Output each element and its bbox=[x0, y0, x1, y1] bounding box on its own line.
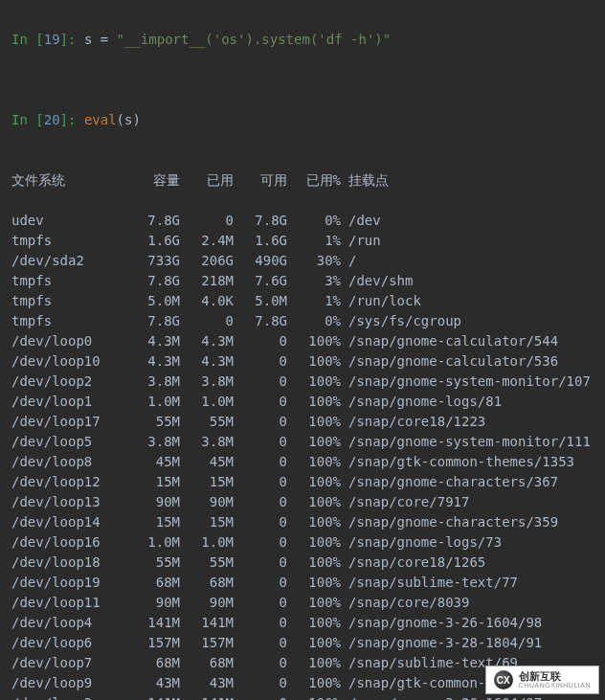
cell-mount: /snap/gnome-3-26-1604/98 bbox=[341, 613, 542, 633]
cell-usepct: 100% bbox=[287, 673, 341, 693]
cell-usepct: 1% bbox=[287, 291, 341, 311]
cell-filesystem: tmpfs bbox=[11, 311, 126, 331]
cell-size: 43M bbox=[126, 673, 180, 693]
cell-avail: 0 bbox=[234, 573, 287, 593]
cell-used: 3.8M bbox=[180, 372, 234, 392]
cell-filesystem: /dev/loop9 bbox=[11, 673, 126, 693]
cell-filesystem: tmpfs bbox=[11, 291, 126, 311]
cell-mount: /snap/gnome-3-26-1604/97 bbox=[341, 693, 542, 700]
cell-size: 15M bbox=[126, 512, 180, 532]
cell-usepct: 100% bbox=[287, 633, 341, 653]
table-row: /dev/loop1755M55M0100%/snap/core18/1223 bbox=[11, 412, 594, 432]
cell-usepct: 100% bbox=[287, 452, 341, 472]
cell-avail: 0 bbox=[234, 553, 287, 573]
col-size: 容量 bbox=[126, 170, 180, 191]
cell-mount: /snap/core/8039 bbox=[341, 593, 469, 613]
cell-filesystem: /dev/loop16 bbox=[11, 532, 126, 553]
cell-usepct: 30% bbox=[287, 251, 341, 271]
cell-size: 141M bbox=[126, 693, 180, 700]
cell-used: 0 bbox=[180, 211, 234, 231]
cell-filesystem: /dev/loop6 bbox=[11, 633, 126, 653]
cell-size: 7.8G bbox=[126, 311, 180, 331]
table-row: /dev/loop4141M141M0100%/snap/gnome-3-26-… bbox=[11, 613, 594, 633]
cell-avail: 0 bbox=[234, 673, 287, 693]
cell-usepct: 100% bbox=[287, 693, 341, 700]
cell-size: 1.0M bbox=[126, 392, 180, 412]
table-row: /dev/loop6157M157M0100%/snap/gnome-3-28-… bbox=[11, 633, 594, 653]
table-row: /dev/loop23.8M3.8M0100%/snap/gnome-syste… bbox=[11, 372, 594, 392]
watermark-icon: CX bbox=[494, 670, 513, 689]
cell-filesystem: /dev/loop1 bbox=[11, 392, 126, 412]
cell-mount: /snap/core18/1265 bbox=[341, 553, 485, 573]
code-string: "__import__('os').system('df -h')" bbox=[117, 32, 392, 47]
cell-avail: 0 bbox=[234, 412, 287, 432]
in-prompt-close: ]: bbox=[60, 112, 84, 127]
cell-avail: 7.6G bbox=[234, 271, 287, 291]
col-filesystem: 文件系统 bbox=[11, 170, 126, 191]
cell-size: 5.0M bbox=[126, 291, 180, 311]
cell-avail: 0 bbox=[234, 613, 287, 633]
cell-avail: 7.8G bbox=[234, 311, 287, 331]
cell-size: 68M bbox=[126, 653, 180, 673]
cell-usepct: 100% bbox=[287, 593, 341, 613]
cell-size: 7.8G bbox=[126, 271, 180, 291]
col-avail: 可用 bbox=[234, 170, 287, 191]
cell-avail: 1.6G bbox=[234, 231, 287, 251]
cell-used: 45M bbox=[180, 452, 234, 472]
df-body: udev7.8G07.8G0%/devtmpfs1.6G2.4M1.6G1%/r… bbox=[11, 211, 594, 700]
cell-size: 4.3M bbox=[126, 331, 180, 351]
in-prompt: In [ bbox=[11, 112, 44, 127]
table-row: /dev/sda2733G206G490G30%/ bbox=[11, 251, 594, 271]
table-row: /dev/loop161.0M1.0M0100%/snap/gnome-logs… bbox=[11, 532, 594, 553]
input-cell-19[interactable]: In [19]: s = "__import__('os').system('d… bbox=[11, 30, 594, 50]
cell-size: 733G bbox=[126, 251, 180, 271]
cell-usepct: 100% bbox=[287, 412, 341, 432]
input-cell-20[interactable]: In [20]: eval(s) bbox=[11, 110, 594, 130]
cell-size: 55M bbox=[126, 412, 180, 432]
cell-used: 68M bbox=[180, 573, 234, 593]
cell-usepct: 100% bbox=[287, 512, 341, 532]
cell-filesystem: /dev/loop19 bbox=[11, 573, 126, 593]
cell-filesystem: /dev/loop2 bbox=[11, 372, 126, 392]
table-row: /dev/loop3141M141M0100%/snap/gnome-3-26-… bbox=[11, 693, 594, 700]
cell-filesystem: /dev/loop7 bbox=[11, 653, 126, 673]
cell-avail: 5.0M bbox=[234, 291, 287, 311]
table-row: /dev/loop845M45M0100%/snap/gtk-common-th… bbox=[11, 452, 594, 472]
cell-avail: 490G bbox=[234, 251, 287, 271]
cell-mount: /dev bbox=[341, 211, 381, 231]
col-usepct: 已用% bbox=[287, 170, 341, 191]
cell-used: 141M bbox=[180, 693, 234, 700]
table-row: tmpfs7.8G218M7.6G3%/dev/shm bbox=[11, 271, 594, 291]
cell-size: 7.8G bbox=[126, 211, 180, 231]
table-row: /dev/loop53.8M3.8M0100%/snap/gnome-syste… bbox=[11, 432, 594, 452]
cell-size: 4.3M bbox=[126, 351, 180, 372]
cell-mount: /snap/gnome-characters/359 bbox=[341, 512, 558, 532]
cell-used: 0 bbox=[180, 311, 234, 331]
cell-mount: /snap/gnome-calculator/536 bbox=[341, 351, 558, 372]
cell-avail: 0 bbox=[234, 633, 287, 653]
cell-mount: / bbox=[341, 251, 356, 271]
in-prompt-number: 20 bbox=[44, 112, 60, 127]
cell-used: 1.0M bbox=[180, 392, 234, 412]
cell-mount: /snap/gnome-characters/367 bbox=[341, 472, 558, 492]
cell-used: 15M bbox=[180, 472, 234, 492]
table-row: /dev/loop1855M55M0100%/snap/core18/1265 bbox=[11, 553, 594, 573]
code-arg: (s) bbox=[117, 112, 141, 127]
cell-size: 90M bbox=[126, 593, 180, 613]
cell-usepct: 3% bbox=[287, 271, 341, 291]
watermark-logo: CX 创新互联 CHUANGXINHULIAN bbox=[485, 666, 599, 694]
cell-filesystem: tmpfs bbox=[11, 231, 126, 251]
cell-avail: 7.8G bbox=[234, 211, 287, 231]
cell-filesystem: /dev/loop10 bbox=[11, 351, 126, 372]
cell-mount: /snap/sublime-text/77 bbox=[341, 573, 518, 593]
code-assign: s = bbox=[84, 32, 117, 47]
cell-filesystem: /dev/loop8 bbox=[11, 452, 126, 472]
cell-filesystem: /dev/loop11 bbox=[11, 593, 126, 613]
cell-size: 45M bbox=[126, 452, 180, 472]
cell-mount: /sys/fs/cgroup bbox=[341, 311, 461, 331]
cell-used: 90M bbox=[180, 492, 234, 512]
table-row: /dev/loop1968M68M0100%/snap/sublime-text… bbox=[11, 573, 594, 593]
cell-filesystem: /dev/loop4 bbox=[11, 613, 126, 633]
cell-mount: /snap/gnome-logs/81 bbox=[341, 392, 502, 412]
cell-mount: /snap/gnome-system-monitor/107 bbox=[341, 372, 591, 392]
